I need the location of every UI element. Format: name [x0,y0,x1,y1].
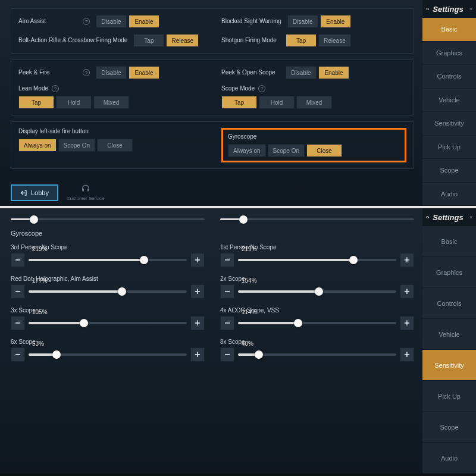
basic-settings-pane: Aim Assist ? Disable Enable Blocked Sigh… [0,0,476,208]
close-icon[interactable] [469,212,472,222]
shotgun-tap[interactable]: Tap [286,34,317,47]
close-icon[interactable] [469,4,472,14]
plus-button[interactable]: + [400,284,414,299]
minus-button[interactable]: − [220,284,234,299]
minus-button[interactable]: − [11,284,25,299]
gear-icon [426,212,429,222]
gyroscope-label: Gyroscope [228,133,400,140]
mini-slider-right[interactable] [220,217,414,223]
plus-button[interactable]: + [400,347,414,362]
menu-item-vehicle[interactable]: Vehicle [422,319,476,350]
shotgun-label: Shotgun Firing Mode [221,37,280,44]
lean-tap[interactable]: Tap [18,96,54,109]
help-icon[interactable]: ? [83,69,90,76]
slider-track[interactable]: 40% [238,347,396,362]
help-icon[interactable]: ? [258,85,265,92]
peek-fire-label: Peek & Fire [18,69,77,76]
menu-item-graphics[interactable]: Graphics [422,257,476,288]
slider-value: 177% [32,277,48,284]
help-icon[interactable]: ? [52,85,59,92]
plus-button[interactable]: + [190,253,205,267]
slider-0-left: 3rd Person No Scope−219%+ [11,244,205,267]
lean-mode-label: Lean Mode [18,85,48,92]
aim-assist-enable[interactable]: Enable [129,15,159,28]
minus-button[interactable]: − [220,347,234,362]
left-fire-always[interactable]: Always on [18,139,57,152]
section-aim: Aim Assist ? Disable Enable Blocked Sigh… [11,8,414,54]
menu-item-basic[interactable]: Basic [422,18,476,42]
slider-track[interactable]: 219% [29,253,187,267]
settings-title: Settings [433,5,463,14]
left-fire-label: Display left-side fire button [18,128,203,135]
customer-service-button[interactable]: Customer Service [67,184,105,201]
left-fire-scope[interactable]: Scope On [58,139,95,152]
slider-value: 53% [32,340,44,347]
scope-hold[interactable]: Hold [259,96,295,109]
minus-button[interactable]: − [220,253,234,267]
menu-item-controls[interactable]: Controls [422,288,476,319]
blocked-sight-disable[interactable]: Disable [287,15,318,28]
slider-0-right: 1st Person No Scope−219%+ [220,244,414,267]
lean-hold[interactable]: Hold [56,96,92,109]
sensitivity-main-area: Gyroscope 3rd Person No Scope−219%+1st P… [0,208,422,474]
minus-button[interactable]: − [220,316,234,330]
minus-button[interactable]: − [11,316,25,330]
left-fire-close[interactable]: Close [97,139,133,152]
menu-item-audio[interactable]: Audio [422,183,476,206]
lobby-label: Lobby [31,189,49,196]
menu-item-sensitivity[interactable]: Sensitivity [422,112,476,136]
slider-track[interactable]: 53% [29,347,187,362]
plus-button[interactable]: + [400,316,414,330]
gyro-scope[interactable]: Scope On [268,144,305,157]
bolt-action-label: Bolt-Action Rifle & Crossbow Firing Mode [18,37,127,44]
plus-button[interactable]: + [190,347,205,362]
peek-fire-disable[interactable]: Disable [96,66,127,79]
scope-mode-label: Scope Mode [221,85,255,92]
menu-item-vehicle[interactable]: Vehicle [422,89,476,112]
gyro-close[interactable]: Close [306,144,342,157]
shotgun-toggle: Tap Release [286,34,351,47]
slider-track[interactable]: 105% [29,316,187,330]
menu-item-scope[interactable]: Scope [422,412,476,443]
blocked-sight-enable[interactable]: Enable [320,15,351,28]
scope-tap[interactable]: Tap [221,96,257,109]
menu-item-pick-up[interactable]: Pick Up [422,136,476,159]
slider-track[interactable]: 154% [238,284,396,299]
peek-fire-toggle: Disable Enable [96,66,159,79]
peek-fire-enable[interactable]: Enable [129,66,159,79]
menu-item-controls[interactable]: Controls [422,65,476,89]
plus-button[interactable]: + [400,253,414,267]
sidebar-bottom: Settings BasicGraphicsControlsVehicleSen… [422,208,476,474]
peek-scope-enable[interactable]: Enable [318,66,349,79]
plus-button[interactable]: + [190,284,205,299]
bolt-action-tap[interactable]: Tap [133,34,164,47]
menu-item-pick-up[interactable]: Pick Up [422,381,476,412]
cs-label: Customer Service [67,196,105,201]
minus-button[interactable]: − [11,253,25,267]
slider-track[interactable]: 219% [238,253,396,267]
menu-item-sensitivity[interactable]: Sensitivity [422,350,476,381]
gyro-always[interactable]: Always on [228,144,266,157]
aim-assist-disable[interactable]: Disable [96,15,127,28]
settings-header: Settings [422,0,476,18]
menu-item-scope[interactable]: Scope [422,159,476,183]
help-icon[interactable]: ? [83,18,90,25]
section-peek: Peek & Fire ? Disable Enable Peek & Open… [11,60,414,115]
shotgun-release[interactable]: Release [318,34,351,47]
slider-track[interactable]: 177% [29,284,187,299]
bolt-action-release[interactable]: Release [166,34,199,47]
minus-button[interactable]: − [11,347,25,362]
lobby-button[interactable]: Lobby [11,184,58,201]
peek-scope-disable[interactable]: Disable [286,66,317,79]
section-fire-gyro: Display left-side fire button Always on … [11,121,414,169]
menu-item-basic[interactable]: Basic [422,226,476,257]
blocked-sight-label: Blocked Sight Warning [221,18,281,25]
menu-item-audio[interactable]: Audio [422,443,476,474]
mini-slider-left[interactable] [11,217,205,223]
scope-mixed[interactable]: Mixed [296,96,332,109]
plus-button[interactable]: + [190,316,205,330]
lean-mixed[interactable]: Mixed [93,96,129,109]
slider-track[interactable]: 114% [238,316,396,330]
menu-item-graphics[interactable]: Graphics [422,42,476,65]
peek-scope-label: Peek & Open Scope [221,69,280,76]
